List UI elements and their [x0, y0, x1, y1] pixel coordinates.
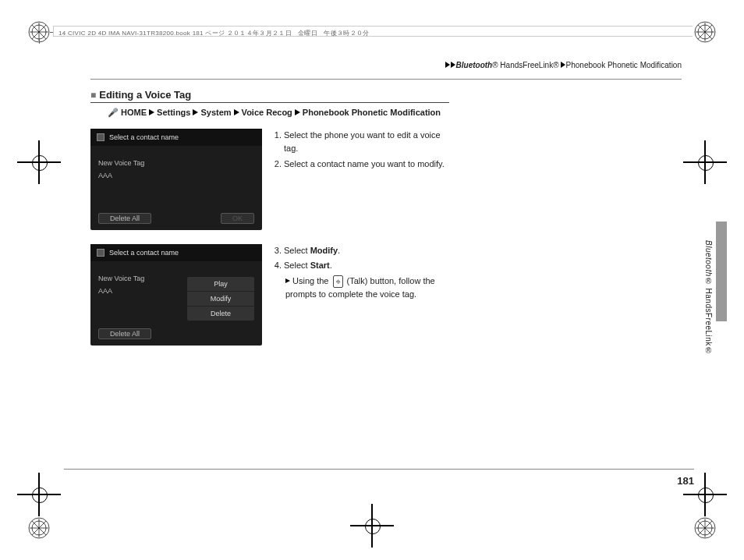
- triangle-right-icon: [234, 109, 239, 115]
- ok-button-disabled: OK: [221, 213, 254, 224]
- print-registration-mark: [28, 517, 50, 539]
- step-4: Select Start.: [284, 259, 449, 273]
- section-side-label: Bluetooth® HandsFreeLink®: [704, 240, 713, 355]
- page-number: 181: [677, 475, 694, 487]
- delete-all-button: Delete All: [98, 328, 151, 339]
- breadcrumb-text: ®: [492, 61, 498, 69]
- print-crosshair-icon: [30, 485, 48, 504]
- triangle-right-icon: [451, 62, 455, 68]
- step-3: Select Modify.: [284, 244, 449, 258]
- nav-step: Voice Recog: [242, 108, 292, 117]
- screenshot-header: Select a contact name: [90, 129, 262, 146]
- context-menu: Play Modify Delete: [187, 277, 254, 321]
- talk-button-icon: ⎆: [333, 275, 343, 288]
- square-bullet-icon: ■: [90, 90, 96, 101]
- print-registration-mark: [694, 517, 716, 539]
- document-source-header: 14 CIVIC 2D 4D IMA NAVI-31TR38200.book 1…: [53, 26, 693, 37]
- nav-step: HOME: [121, 108, 147, 117]
- triangle-right-icon: [561, 62, 565, 68]
- list-item: AAA: [98, 169, 144, 182]
- print-crosshair-icon: [696, 153, 714, 172]
- triangle-right-icon: [285, 278, 290, 283]
- delete-all-button: Delete All: [98, 213, 151, 224]
- print-crosshair-icon: [696, 485, 714, 504]
- screenshot-contact-popup: Select a contact name New Voice Tag AAA …: [90, 244, 262, 346]
- screenshot-header: Select a contact name: [90, 244, 262, 261]
- list-item: AAA: [98, 285, 144, 297]
- instruction-text: Select the phone you want to edit a voic…: [271, 129, 449, 173]
- menu-item-play: Play: [187, 277, 254, 292]
- section-title: ■Editing a Voice Tag: [90, 89, 449, 103]
- menu-item-modify: Modify: [187, 292, 254, 307]
- print-tick: [39, 39, 40, 44]
- triangle-right-icon: [149, 109, 154, 115]
- triangle-right-icon: [445, 62, 450, 68]
- nav-step: Phonebook Phonetic Modification: [303, 108, 441, 117]
- step-4-sub: Using the ⎆ (Talk) button, follow the pr…: [285, 275, 449, 302]
- breadcrumb-text: HandsFreeLink®: [498, 61, 559, 69]
- breadcrumb-text: Phonebook Phonetic Modification: [566, 61, 682, 69]
- nav-step: System: [200, 108, 231, 117]
- list-item: New Voice Tag: [98, 157, 144, 169]
- footer-rule: [64, 469, 694, 470]
- print-crosshair-icon: [363, 516, 381, 535]
- triangle-right-icon: [193, 109, 198, 115]
- step-1: Select the phone you want to edit a voic…: [284, 129, 449, 156]
- breadcrumb-text: Bluetooth: [456, 61, 493, 69]
- navigation-path: 🎤 HOMESettingsSystemVoice RecogPhonebook…: [108, 106, 449, 119]
- menu-item-delete: Delete: [187, 307, 254, 321]
- triangle-right-icon: [295, 109, 300, 115]
- list-item: New Voice Tag: [98, 272, 144, 285]
- thumb-tab: [716, 222, 727, 321]
- print-registration-mark: [694, 21, 716, 43]
- screenshot-contact-list: Select a contact name New Voice Tag AAA …: [90, 129, 262, 230]
- print-crosshair-icon: [30, 153, 48, 172]
- nav-step: Settings: [157, 108, 190, 117]
- breadcrumb: Bluetooth® HandsFreeLink®Phonebook Phone…: [90, 61, 682, 80]
- step-2: Select a contact name you want to modify…: [284, 158, 449, 172]
- talk-icon: 🎤: [108, 108, 119, 117]
- instruction-text: Select Modify. Select Start. Using the ⎆…: [271, 244, 449, 302]
